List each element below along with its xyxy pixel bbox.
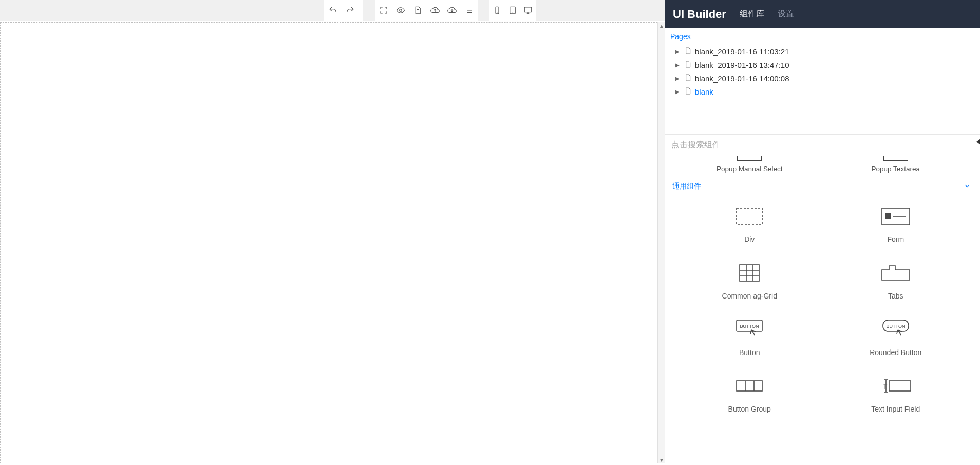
- popup-row: Popup Manual Select Popup Textarea: [665, 156, 980, 180]
- component-label: Popup Manual Select: [703, 165, 796, 173]
- document-button[interactable]: [409, 0, 426, 21]
- component-label: Tabs: [823, 292, 969, 300]
- scroll-up-icon[interactable]: ▲: [658, 22, 665, 29]
- page-item[interactable]: ▶blank_2019-01-16 13:47:10: [673, 58, 980, 71]
- file-icon: [684, 47, 692, 57]
- group-label: 通用组件: [672, 182, 701, 191]
- component-search[interactable]: 点击搜索组件: [665, 134, 980, 156]
- svg-text:BUTTON: BUTTON: [740, 324, 759, 329]
- component-panel: Popup Manual Select Popup Textarea 通用组件 …: [665, 156, 980, 465]
- svg-rect-8: [740, 265, 759, 281]
- textinput-icon: T: [823, 374, 969, 398]
- collapse-handle-icon[interactable]: [976, 139, 980, 145]
- right-sidebar: Pages ▶blank_2019-01-16 11:03:21▶blank_2…: [665, 28, 980, 465]
- svg-text:T: T: [883, 382, 888, 390]
- component-btngroup[interactable]: Button Group: [676, 374, 823, 413]
- scroll-down-icon[interactable]: ▼: [658, 456, 665, 463]
- desktop-button[interactable]: [520, 0, 536, 21]
- btngroup-icon: [676, 374, 823, 398]
- caret-right-icon: ▶: [675, 62, 681, 68]
- form-icon: [823, 204, 969, 228]
- brand-bar: UI Builder 组件库 设置: [665, 0, 980, 28]
- svg-rect-3: [524, 7, 532, 12]
- app-logo: UI Builder: [673, 8, 726, 21]
- file-icon: [684, 87, 692, 97]
- fullscreen-button[interactable]: [375, 0, 392, 21]
- pages-list: ▶blank_2019-01-16 11:03:21▶blank_2019-01…: [665, 44, 980, 103]
- component-div[interactable]: Div: [676, 204, 823, 244]
- canvas-drop-target[interactable]: [0, 22, 657, 463]
- svg-rect-4: [737, 208, 762, 225]
- svg-point-0: [400, 9, 402, 12]
- page-item[interactable]: ▶blank_2019-01-16 11:03:21: [673, 45, 980, 58]
- button-icon: BUTTON: [676, 318, 823, 341]
- component-label: Form: [823, 235, 969, 244]
- component-label: Popup Textarea: [850, 165, 942, 173]
- component-label: Common ag-Grid: [676, 292, 823, 300]
- popup-icon: [883, 156, 908, 161]
- page-name: blank_2019-01-16 11:03:21: [695, 47, 789, 56]
- page-name: blank_2019-01-16 13:47:10: [695, 61, 789, 69]
- caret-right-icon: ▶: [675, 89, 681, 95]
- component-form[interactable]: Form: [823, 204, 969, 244]
- component-grid: DivFormCommon ag-GridTabsBUTTONButtonBUT…: [665, 194, 980, 429]
- list-button[interactable]: [461, 0, 478, 21]
- component-tabs[interactable]: Tabs: [823, 261, 969, 300]
- group-common-components[interactable]: 通用组件: [665, 180, 980, 194]
- component-label: Button Group: [676, 405, 823, 413]
- svg-rect-17: [737, 381, 762, 391]
- component-label: Rounded Button: [823, 348, 969, 357]
- undo-button[interactable]: [324, 0, 342, 21]
- history-cluster: [324, 0, 363, 21]
- div-icon: [676, 204, 823, 228]
- pages-title: Pages: [665, 28, 980, 44]
- canvas-area: ▲ ▼: [0, 21, 665, 465]
- component-textinput[interactable]: TText Input Field: [823, 374, 969, 413]
- doc-cluster: [375, 0, 478, 21]
- rbutton-icon: BUTTON: [823, 318, 969, 341]
- component-aggrid[interactable]: Common ag-Grid: [676, 261, 823, 300]
- tab-components[interactable]: 组件库: [740, 9, 764, 20]
- component-label: Text Input Field: [823, 405, 969, 413]
- svg-rect-6: [885, 213, 891, 219]
- viewport-cluster: [489, 0, 536, 21]
- preview-button[interactable]: [392, 0, 409, 21]
- cloud-upload-button[interactable]: [426, 0, 443, 21]
- file-icon: [684, 73, 692, 83]
- search-placeholder: 点击搜索组件: [671, 140, 721, 151]
- phone-button[interactable]: [489, 0, 505, 21]
- cloud-download-button[interactable]: [443, 0, 460, 21]
- chevron-down-icon: [964, 182, 971, 191]
- tabs-icon: [823, 261, 969, 285]
- component-popup-manual-select[interactable]: Popup Manual Select: [703, 156, 796, 173]
- component-popup-textarea[interactable]: Popup Textarea: [850, 156, 942, 173]
- caret-right-icon: ▶: [675, 76, 681, 81]
- component-label: Div: [676, 235, 823, 244]
- component-label: Button: [676, 348, 823, 357]
- svg-rect-20: [889, 381, 911, 391]
- redo-button[interactable]: [342, 0, 359, 21]
- component-rbutton[interactable]: BUTTONRounded Button: [823, 318, 969, 357]
- canvas-scrollbar[interactable]: ▲ ▼: [657, 22, 665, 463]
- popup-icon: [737, 156, 762, 161]
- page-item[interactable]: ▶blank_2019-01-16 14:00:08: [673, 71, 980, 85]
- tablet-button[interactable]: [505, 0, 520, 21]
- caret-right-icon: ▶: [675, 49, 681, 54]
- aggrid-icon: [676, 261, 823, 285]
- file-icon: [684, 60, 692, 70]
- component-button[interactable]: BUTTONButton: [676, 318, 823, 357]
- tab-settings[interactable]: 设置: [778, 9, 794, 20]
- page-name: blank_2019-01-16 14:00:08: [695, 74, 789, 83]
- svg-text:BUTTON: BUTTON: [886, 324, 905, 329]
- page-item[interactable]: ▶blank: [673, 85, 980, 98]
- page-name: blank: [695, 87, 713, 96]
